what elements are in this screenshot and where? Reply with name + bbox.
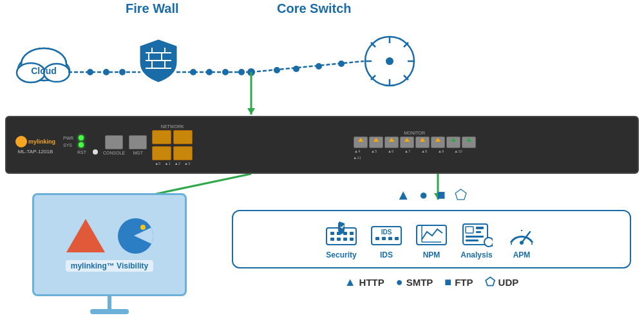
net-port-0 (152, 130, 171, 144)
net-port-2 (152, 146, 171, 160)
svg-rect-62 (466, 240, 478, 241)
tool-ids: IDS IDS (370, 219, 402, 259)
svg-rect-44 (330, 238, 334, 241)
led-group: PWR SYS RST (63, 135, 98, 155)
svg-point-27 (87, 69, 93, 75)
device-model: ML-TAP-1201B (18, 149, 53, 155)
svg-point-31 (206, 69, 213, 75)
ids-label: IDS (380, 250, 393, 259)
core-switch-icon (365, 37, 414, 86)
svg-rect-46 (343, 238, 347, 241)
svg-point-18 (386, 57, 393, 65)
svg-rect-51 (382, 237, 386, 240)
svg-text:Cloud: Cloud (31, 66, 57, 76)
svg-point-1 (18, 58, 46, 81)
svg-point-32 (222, 69, 229, 75)
udp-shape: ⬠ (485, 275, 495, 289)
svg-rect-61 (466, 236, 484, 238)
net-port-1 (173, 130, 193, 144)
svg-point-33 (238, 69, 245, 75)
svg-line-64 (492, 245, 493, 247)
tool-security: Security (325, 219, 357, 259)
mon-port-6 (384, 136, 399, 148)
tools-box: Security IDS IDS (232, 210, 631, 268)
monitor-base (90, 309, 129, 314)
monitor-section-label: MONITOR (404, 131, 425, 135)
mon-port-7 (400, 136, 414, 148)
monitor-icons (66, 218, 153, 254)
udp-label: UDP (498, 277, 519, 288)
pwr-label: PWR (63, 136, 76, 140)
pacman-mouth (134, 227, 153, 245)
firewall-label: Fire Wall (126, 1, 179, 16)
svg-line-23 (371, 42, 375, 47)
npm-label: NPM (423, 250, 440, 259)
svg-rect-52 (388, 237, 392, 240)
svg-point-35 (274, 67, 280, 73)
svg-rect-40 (330, 232, 334, 235)
console-label: CONSOLE (103, 151, 125, 155)
sys-label: SYS (63, 143, 76, 147)
svg-line-24 (404, 75, 408, 80)
svg-point-17 (365, 37, 414, 86)
mon-port-11 (462, 136, 476, 148)
visibility-panel: mylinking™ Visibility (0, 180, 219, 328)
svg-point-34 (247, 68, 255, 76)
console-port (105, 135, 123, 149)
security-label: Security (326, 250, 356, 259)
network-device: mylinking ML-TAP-1201B PWR SYS RST CONSO… (5, 116, 639, 174)
svg-text:IDS: IDS (381, 229, 392, 236)
junction-to-coreswitch-line (251, 61, 364, 72)
svg-rect-47 (350, 238, 354, 241)
mgt-port (129, 135, 147, 149)
analysis-icon (460, 219, 493, 248)
sys-led (79, 142, 84, 147)
tool-analysis: Analysis (460, 219, 493, 259)
http-shape: ▲ (345, 276, 356, 289)
svg-rect-59 (476, 227, 484, 229)
svg-point-4 (21, 48, 66, 80)
square-shape: ■ (437, 187, 445, 203)
ftp-shape: ■ (444, 276, 451, 289)
mgt-label: MGT (133, 151, 143, 155)
svg-rect-60 (476, 231, 481, 233)
svg-point-5 (17, 63, 45, 82)
rst-label: RST (77, 150, 90, 155)
proto-udp: ⬠ UDP (485, 275, 519, 289)
svg-point-2 (44, 61, 70, 81)
circle-shape: ● (419, 187, 428, 203)
svg-point-29 (119, 69, 126, 75)
svg-line-25 (404, 42, 408, 47)
smtp-shape: ● (396, 276, 403, 289)
proto-smtp: ● SMTP (396, 276, 433, 289)
protocol-shapes-row: ▲ ● ■ ⬠ (232, 187, 631, 203)
network-ports-group: NETWORK ▲0 ▲1 ▲2 ▲3 (152, 124, 193, 165)
coreswitch-label: Core Switch (277, 1, 352, 16)
monitor-triangle-icon (66, 219, 105, 252)
monitor-stand (108, 296, 111, 309)
svg-point-36 (293, 66, 299, 72)
svg-point-66 (520, 241, 524, 245)
tool-npm: NPM (415, 219, 448, 259)
svg-rect-3 (31, 70, 58, 79)
pwr-led (79, 135, 84, 140)
firewall-icon (140, 40, 176, 82)
svg-point-63 (484, 238, 493, 247)
network-section-label: NETWORK (161, 124, 184, 129)
apm-icon (506, 219, 538, 248)
arrow-down-network (247, 108, 255, 115)
proto-ftp: ■ FTP (444, 276, 473, 289)
mon-port-10 (446, 136, 460, 148)
monitor-pacman-icon (118, 218, 153, 254)
bottom-section: mylinking™ Visibility ▲ ● ■ ⬠ (0, 180, 644, 328)
brand-area: mylinking ML-TAP-1201B (13, 136, 58, 155)
net-port-3 (173, 146, 193, 160)
monitor-ports-group: MONITOR ▲4 ▲5 ▲6 ▲7 ▲8 ▲9 ▲10 ▲11 (198, 131, 631, 160)
tool-apm: APM (506, 219, 538, 259)
mon-port-4 (354, 136, 368, 148)
smtp-label: SMTP (406, 277, 433, 288)
mon-port-8 (415, 136, 430, 148)
svg-point-37 (316, 63, 322, 70)
rst-led (93, 149, 98, 155)
proto-http: ▲ HTTP (345, 276, 384, 289)
